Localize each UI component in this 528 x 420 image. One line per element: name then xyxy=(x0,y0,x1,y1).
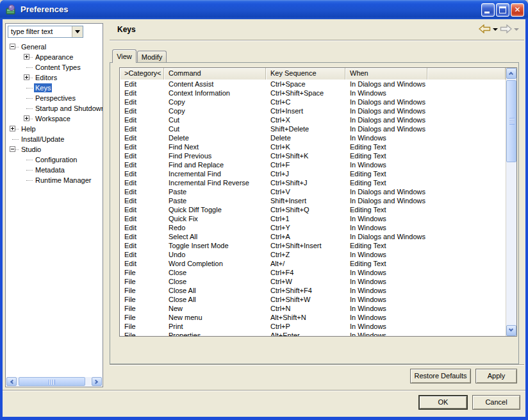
tree-item-runtime-manager[interactable]: Runtime Manager xyxy=(6,175,103,185)
key-sequence-cell: Shift+Delete xyxy=(266,124,345,133)
table-row[interactable]: FileClose AllCtrl+Shift+WIn Windows xyxy=(120,295,506,304)
table-row[interactable]: EditFind and ReplaceCtrl+FIn Windows xyxy=(120,160,506,169)
titlebar[interactable]: Preferences ✕ xyxy=(0,0,528,19)
column-header-when[interactable]: When xyxy=(345,68,427,80)
command-cell: Redo xyxy=(164,223,266,232)
tree-item-configuration[interactable]: Configuration xyxy=(6,155,103,165)
scroll-left-button[interactable] xyxy=(6,377,17,386)
filter-combo[interactable]: type filter text xyxy=(8,26,83,38)
category-cell: File xyxy=(120,286,164,295)
table-row[interactable]: EditPasteShift+InsertIn Dialogs and Wind… xyxy=(120,196,506,205)
tree-item-general[interactable]: General xyxy=(6,42,103,52)
tree-item-metadata[interactable]: Metadata xyxy=(6,165,103,175)
scrollbar-thumb[interactable] xyxy=(19,377,85,386)
tree-item-editors[interactable]: Editors xyxy=(6,72,103,83)
table-row[interactable]: FilePropertiesAlt+EnterIn Windows xyxy=(120,331,506,336)
command-cell: Close All xyxy=(164,295,266,304)
table-row[interactable]: EditSelect AllCtrl+AIn Dialogs and Windo… xyxy=(120,232,506,241)
forward-history-dropdown[interactable] xyxy=(514,28,519,33)
scrollbar-thumb[interactable] xyxy=(506,80,516,162)
table-row[interactable]: EditDeleteDeleteIn Windows xyxy=(120,133,506,142)
tree-item-startup-and-shutdown[interactable]: Startup and Shutdown xyxy=(6,103,103,113)
empty-cell xyxy=(427,223,506,232)
table-row[interactable]: FileClose AllCtrl+Shift+F4In Windows xyxy=(120,286,506,295)
tab-view[interactable]: View xyxy=(112,49,136,63)
table-row[interactable]: EditUndoCtrl+ZIn Windows xyxy=(120,250,506,259)
category-cell: Edit xyxy=(120,151,164,160)
filter-input[interactable]: type filter text xyxy=(8,26,72,37)
back-history-dropdown[interactable] xyxy=(493,28,498,33)
table-row[interactable]: EditQuick Diff ToggleCtrl+Shift+QEditing… xyxy=(120,205,506,214)
column-header-key-sequence[interactable]: Key Sequence xyxy=(266,68,345,80)
command-cell: Cut xyxy=(164,124,266,133)
collapse-toggle-icon[interactable] xyxy=(10,44,15,49)
tree-horizontal-scrollbar[interactable] xyxy=(6,377,102,386)
filter-dropdown-button[interactable] xyxy=(72,26,83,37)
forward-button[interactable] xyxy=(500,24,512,33)
category-cell: Edit xyxy=(120,223,164,232)
table-row[interactable]: EditFind NextCtrl+KEditing Text xyxy=(120,142,506,151)
table-row[interactable]: EditQuick FixCtrl+1In Windows xyxy=(120,214,506,223)
table-row[interactable]: EditRedoCtrl+YIn Windows xyxy=(120,223,506,232)
table-header-row: >Category<CommandKey SequenceWhen xyxy=(120,68,506,80)
table-row[interactable]: FilePrintCtrl+PIn Windows xyxy=(120,322,506,331)
expand-toggle-icon[interactable] xyxy=(10,126,15,131)
table-row[interactable]: EditContent AssistCtrl+SpaceIn Dialogs a… xyxy=(120,80,506,88)
scroll-up-button[interactable] xyxy=(506,68,516,79)
scroll-down-button[interactable] xyxy=(506,325,516,336)
preference-tree-panel: type filter text GeneralAppearanceConten… xyxy=(5,23,103,387)
restore-defaults-button[interactable]: Restore Defaults xyxy=(410,369,471,383)
table-row[interactable]: FileCloseCtrl+WIn Windows xyxy=(120,277,506,286)
table-row[interactable]: EditContext InformationCtrl+Shift+SpaceI… xyxy=(120,88,506,97)
back-button[interactable] xyxy=(479,24,491,33)
table-row[interactable]: EditCutShift+DeleteIn Dialogs and Window… xyxy=(120,124,506,133)
empty-cell xyxy=(427,259,506,268)
table-row[interactable]: FileCloseCtrl+F4In Windows xyxy=(120,268,506,277)
tree-item-content-types[interactable]: Content Types xyxy=(6,62,103,72)
table-row[interactable]: EditPasteCtrl+VIn Dialogs and Windows xyxy=(120,187,506,196)
table-row[interactable]: EditIncremental Find ReverseCtrl+Shift+J… xyxy=(120,178,506,187)
category-cell: File xyxy=(120,304,164,313)
command-cell: Content Assist xyxy=(164,80,266,88)
command-cell: Close xyxy=(164,277,266,286)
tree-item-perspectives[interactable]: Perspectives xyxy=(6,93,103,103)
tree-item-studio[interactable]: Studio xyxy=(6,144,103,155)
maximize-button[interactable] xyxy=(496,3,509,17)
empty-cell xyxy=(427,268,506,277)
empty-cell xyxy=(427,88,506,97)
collapse-toggle-icon[interactable] xyxy=(10,146,15,152)
table-vertical-scrollbar[interactable] xyxy=(506,68,516,336)
table-row[interactable]: EditCutCtrl+XIn Dialogs and Windows xyxy=(120,115,506,124)
ok-button[interactable]: OK xyxy=(418,395,468,410)
tree-item-install-update[interactable]: Install/Update xyxy=(6,134,103,144)
tree-item-workspace[interactable]: Workspace xyxy=(6,113,103,124)
navigation-tree: GeneralAppearanceContent TypesEditorsKey… xyxy=(6,42,103,185)
tree-item-appearance[interactable]: Appearance xyxy=(6,52,103,62)
cancel-button[interactable]: Cancel xyxy=(472,395,520,410)
empty-cell xyxy=(427,205,506,214)
table-row[interactable]: EditCopyCtrl+InsertIn Dialogs and Window… xyxy=(120,106,506,115)
expand-toggle-icon[interactable] xyxy=(24,54,29,60)
table-row[interactable]: EditIncremental FindCtrl+JEditing Text xyxy=(120,169,506,178)
table-row[interactable]: FileNewCtrl+NIn Windows xyxy=(120,304,506,313)
table-row[interactable]: EditCopyCtrl+CIn Dialogs and Windows xyxy=(120,97,506,106)
tab-modify[interactable]: Modify xyxy=(137,51,167,63)
column-header-command[interactable]: Command xyxy=(164,68,266,80)
scroll-right-button[interactable] xyxy=(92,377,102,386)
tree-item-help[interactable]: Help xyxy=(6,124,103,134)
table-row[interactable]: EditFind PreviousCtrl+Shift+KEditing Tex… xyxy=(120,151,506,160)
apply-button[interactable]: Apply xyxy=(475,369,517,383)
column-header-empty[interactable] xyxy=(427,68,506,80)
expand-toggle-icon[interactable] xyxy=(24,74,29,80)
category-cell: Edit xyxy=(120,88,164,97)
table-row[interactable]: FileNew menuAlt+Shift+NIn Windows xyxy=(120,313,506,322)
table-row[interactable]: EditToggle Insert ModeCtrl+Shift+InsertE… xyxy=(120,241,506,250)
table-row[interactable]: EditWord CompletionAlt+/Editing Text xyxy=(120,259,506,268)
tree-item-label: Studio xyxy=(20,145,42,154)
when-cell: Editing Text xyxy=(345,169,427,178)
tree-item-keys[interactable]: Keys xyxy=(6,83,103,93)
column-header-category[interactable]: >Category< xyxy=(120,68,164,80)
close-button[interactable]: ✕ xyxy=(511,3,524,17)
expand-toggle-icon[interactable] xyxy=(24,115,29,121)
minimize-button[interactable] xyxy=(481,3,495,17)
